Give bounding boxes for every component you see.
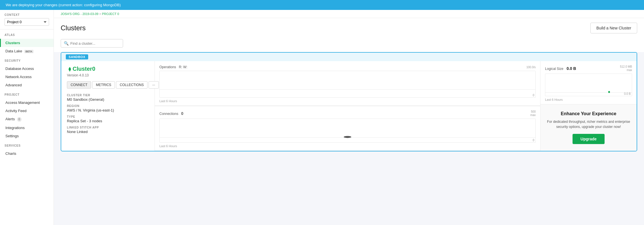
logical-size-max-label: 512.0 MB max — [620, 65, 632, 72]
cluster-type-label: TYPE — [67, 115, 149, 118]
cluster-card-header: SANDBOX — [61, 53, 637, 61]
logical-size-title: Logical Size 0.0 B — [545, 66, 576, 71]
sidebar-item-integrations[interactable]: Integrations — [0, 124, 54, 132]
logical-size-panel: Logical Size 0.0 B 512.0 MB max — [540, 61, 637, 104]
enhance-panel: Enhance Your Experience For dedicated th… — [540, 104, 637, 151]
collections-button[interactable]: COLLECTIONS — [116, 81, 147, 89]
cluster-card-body: Cluster0 Version 4.0.13 CONNECT METRICS … — [61, 61, 637, 151]
sidebar-item-advanced[interactable]: Advanced — [0, 81, 54, 89]
charts-bottom-row: Connections 0 500 max — [155, 106, 540, 151]
upgrade-button[interactable]: Upgrade — [573, 134, 605, 144]
atlas-section: ATLAS — [0, 29, 54, 39]
logical-size-chart-footer: Last 6 Hours — [545, 98, 632, 101]
cluster-region-label: REGION — [67, 104, 149, 108]
operations-chart-title: Operations R: W: — [159, 65, 187, 69]
enhance-description: For dedicated throughput, richer metrics… — [547, 119, 630, 129]
cluster-tier-label: CLUSTER TIER — [67, 94, 149, 97]
cluster-name-row: Cluster0 — [67, 66, 149, 72]
cluster-stitch-value: None Linked — [67, 130, 149, 134]
cluster-mongodb-icon — [67, 67, 73, 72]
sidebar-item-alerts[interactable]: Alerts 0 — [0, 115, 54, 124]
connections-chart-svg — [160, 119, 535, 139]
clusters-area: SANDBOX Cluster0 V — [54, 52, 644, 158]
services-label: SERVICES — [5, 144, 49, 147]
build-cluster-button[interactable]: Build a New Cluster — [590, 23, 637, 33]
connections-chart-footer: Last 6 Hours — [159, 144, 536, 148]
context-label: CONTEXT — [5, 13, 49, 16]
breadcrumb: JOSH'S ORG - 2019-03-09 > PROJECT 0 — [54, 10, 644, 18]
connections-chart-header: Connections 0 500 max — [159, 110, 536, 117]
sidebar-item-charts[interactable]: Charts — [0, 149, 54, 158]
breadcrumb-org[interactable]: JOSH'S ORG — [61, 12, 80, 16]
logical-size-value: 0.0 B — [567, 66, 576, 71]
cluster-region-value: AWS / N. Virginia (us-east-1) — [67, 108, 149, 112]
alerts-badge: 0 — [17, 117, 22, 122]
operations-max-label: 100.0/s — [526, 66, 536, 69]
cluster-stitch-section: LINKED STITCH APP None Linked — [67, 126, 149, 134]
security-label: SECURITY — [5, 59, 49, 62]
cluster-tier-section: CLUSTER TIER M0 Sandbox (General) — [67, 94, 149, 102]
operations-chart-svg — [160, 71, 535, 91]
operations-chart-header: Operations R: W: 100.0/s — [159, 65, 536, 69]
page-title: Clusters — [61, 24, 86, 32]
metrics-button[interactable]: METRICS — [92, 81, 115, 89]
sidebar-item-network-access[interactable]: Network Access — [0, 73, 54, 81]
cluster-card: SANDBOX Cluster0 V — [61, 52, 637, 151]
deployment-banner: We are deploying your changes (current a… — [0, 0, 644, 10]
sidebar-item-data-lake[interactable]: Data Lake BETA — [0, 47, 54, 55]
cluster-type-section: TYPE Replica Set - 3 nodes — [67, 115, 149, 123]
connections-chart-area: 0 — [159, 119, 536, 143]
banner-message: We are deploying your changes (current a… — [6, 3, 121, 7]
search-icon: 🔍 — [64, 41, 69, 46]
sidebar: CONTEXT Project 0 ATLAS Clusters Data La… — [0, 10, 54, 225]
cluster-version: Version 4.0.13 — [67, 73, 149, 77]
breadcrumb-project[interactable]: PROJECT 0 — [102, 12, 119, 16]
operations-zero-label: 0 — [533, 94, 534, 97]
cluster-name[interactable]: Cluster0 — [73, 66, 95, 72]
cluster-type-value: Replica Set - 3 nodes — [67, 119, 149, 123]
charts-top-row: Operations R: W: 100.0/s — [155, 61, 540, 106]
logical-size-header: Logical Size 0.0 B 512.0 MB max — [545, 65, 632, 72]
search-bar: 🔍 — [54, 37, 644, 52]
sidebar-item-database-access[interactable]: Database Access — [0, 65, 54, 73]
cluster-stitch-label: LINKED STITCH APP — [67, 126, 149, 129]
cluster-actions: CONNECT METRICS COLLECTIONS ··· — [67, 81, 149, 89]
project-section: PROJECT — [0, 89, 54, 98]
search-input[interactable] — [70, 41, 120, 46]
svg-point-3 — [344, 136, 351, 138]
logical-size-chart-svg — [545, 74, 632, 94]
connections-chart-panel: Connections 0 500 max — [155, 106, 540, 151]
atlas-label: ATLAS — [5, 33, 49, 37]
connections-chart-title: Connections 0 — [159, 111, 183, 116]
sidebar-item-access-management[interactable]: Access Management — [0, 98, 54, 107]
cluster-right-panel: Logical Size 0.0 B 512.0 MB max — [540, 61, 637, 151]
connections-zero-label: 0 — [533, 139, 534, 142]
main-content: JOSH'S ORG - 2019-03-09 > PROJECT 0 Clus… — [54, 10, 644, 225]
operations-chart-panel: Operations R: W: 100.0/s — [155, 61, 540, 106]
search-input-wrapper: 🔍 — [61, 39, 123, 48]
logical-size-chart-area: 0.0 B — [545, 74, 632, 96]
sidebar-item-activity-feed[interactable]: Activity Feed — [0, 107, 54, 115]
connect-button[interactable]: CONNECT — [67, 81, 91, 89]
context-section: CONTEXT Project 0 — [0, 10, 54, 29]
connections-max-label: 500 max — [530, 110, 536, 117]
cluster-region-section: REGION AWS / N. Virginia (us-east-1) — [67, 104, 149, 112]
project-label: PROJECT — [5, 93, 49, 96]
cluster-info-panel: Cluster0 Version 4.0.13 CONNECT METRICS … — [61, 61, 155, 151]
page-header: Clusters Build a New Cluster — [54, 18, 644, 37]
sidebar-item-clusters[interactable]: Clusters — [0, 39, 54, 47]
sidebar-item-settings[interactable]: Settings — [0, 132, 54, 140]
operations-chart-area: 0 — [159, 71, 536, 98]
security-section: SECURITY — [0, 55, 54, 65]
svg-point-5 — [608, 91, 610, 93]
operations-chart-footer: Last 6 Hours — [159, 99, 536, 103]
services-section: SERVICES — [0, 140, 54, 149]
context-select[interactable]: Project 0 — [5, 18, 49, 26]
beta-badge: BETA — [24, 50, 33, 53]
sandbox-badge: SANDBOX — [66, 54, 88, 59]
logical-size-zero-label: 0.0 B — [624, 92, 631, 95]
cluster-charts: Operations R: W: 100.0/s — [155, 61, 540, 151]
cluster-tier-value: M0 Sandbox (General) — [67, 97, 149, 102]
enhance-title: Enhance Your Experience — [561, 111, 616, 116]
